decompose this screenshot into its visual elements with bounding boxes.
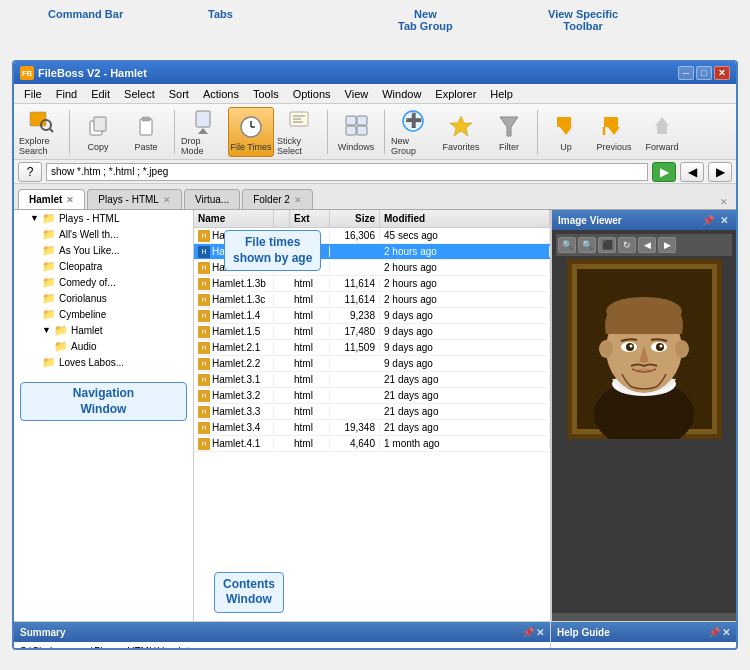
file-row-hamlet33[interactable]: HHamlet.3.3 html 21 days ago [194,404,550,420]
content-area: ▼ 📁 Plays - HTML 📁 All's Well th... 📁 As… [14,210,736,621]
tab-plays-html[interactable]: Plays - HTML ✕ [87,189,182,209]
filter-button[interactable]: Filter [486,107,532,157]
file-name-hamlet22: HHamlet.2.2 [194,358,274,370]
favorites-button[interactable]: Favorites [438,107,484,157]
file-row-hamlet11[interactable]: HHamlet.1.1 html 16,306 45 secs ago [194,228,550,244]
nav-item-as-you-like[interactable]: 📁 As You Like... [14,242,193,258]
tabs-label: Tabs [208,8,233,20]
file-row-hamlet13b[interactable]: HHamlet.1.3b html 11,614 2 hours ago [194,276,550,292]
nav-item-alls-well-label: All's Well th... [59,229,119,240]
menu-sort[interactable]: Sort [163,87,195,101]
file-row-hamlet14[interactable]: HHamlet.1.4 html 9,238 9 days ago [194,308,550,324]
file-row-hamlet21[interactable]: HHamlet.2.1 html 11,509 9 days ago [194,340,550,356]
summary-pin[interactable]: 📌 [522,627,534,638]
tab-virtua[interactable]: Virtua... [184,189,240,209]
tab-bar-close[interactable]: ✕ [716,195,732,209]
nav-item-coriolanus[interactable]: 📁 Coriolanus [14,290,193,306]
drop-mode-button[interactable]: Drop Mode [180,107,226,157]
shakespeare-portrait [567,259,722,439]
file-times-button[interactable]: File Times [228,107,274,157]
paste-button[interactable]: Paste [123,107,169,157]
tab-plays-close[interactable]: ✕ [163,195,171,205]
file-row-hamlet13[interactable]: HHamlet.1.3 html 2 hours ago [194,260,550,276]
go-green-btn[interactable]: ▶ [652,162,676,182]
nav-item-hamlet[interactable]: ▼ 📁 Hamlet [14,322,193,338]
menu-select[interactable]: Select [118,87,161,101]
copy-button[interactable]: Copy [75,107,121,157]
windows-button[interactable]: Windows [333,107,379,157]
new-group-icon: ➕ [399,108,427,134]
img-fit[interactable]: ⬛ [598,237,616,253]
file-row-hamlet41[interactable]: HHamlet.4.1 html 4,640 1 month ago [194,436,550,452]
toolbar-sep1 [69,110,70,154]
help-btn[interactable]: ? [18,162,42,182]
file-row-hamlet12[interactable]: HHamlet.1.2 → html 2 hours ago [194,244,550,260]
address-input[interactable] [46,163,648,181]
up-button[interactable]: Up [543,107,589,157]
title-bar: FB FileBoss V2 - Hamlet ─ □ ✕ [14,62,736,84]
svg-point-46 [659,345,662,348]
close-button[interactable]: ✕ [714,66,730,80]
svg-point-45 [629,345,632,348]
tab-hamlet-close[interactable]: ✕ [66,195,74,205]
file-row-hamlet22[interactable]: HHamlet.2.2 html 9 days ago [194,356,550,372]
nav-forward-btn[interactable]: ▶ [708,162,732,182]
file-size-hamlet14: 9,238 [330,310,380,321]
file-row-hamlet15[interactable]: HHamlet.1.5 html 17,480 9 days ago [194,324,550,340]
svg-rect-5 [140,119,152,135]
col-header-name: Name [194,210,274,227]
image-viewer-close[interactable]: ✕ [718,215,730,226]
nav-item-plays-html[interactable]: ▼ 📁 Plays - HTML [14,210,193,226]
windows-icon [342,112,370,140]
navigation-panel[interactable]: ▼ 📁 Plays - HTML 📁 All's Well th... 📁 As… [14,210,194,621]
tab-hamlet[interactable]: Hamlet ✕ [18,189,85,209]
tab-folder2[interactable]: Folder 2 ✕ [242,189,313,209]
nav-item-cymbeline[interactable]: 📁 Cymbeline [14,306,193,322]
nav-back-btn[interactable]: ◀ [680,162,704,182]
menu-view[interactable]: View [339,87,375,101]
tab-folder2-close[interactable]: ✕ [294,195,302,205]
summary-close[interactable]: ✕ [536,627,544,638]
menu-explorer[interactable]: Explorer [429,87,482,101]
contents-window-callout: ContentsWindow [214,572,284,613]
img-rotate[interactable]: ↻ [618,237,636,253]
file-icon-hamlet13: H [198,262,210,274]
forward-button[interactable]: Forward [639,107,685,157]
minimize-button[interactable]: ─ [678,66,694,80]
menu-file[interactable]: File [18,87,48,101]
img-next[interactable]: ▶ [658,237,676,253]
help-close[interactable]: ✕ [722,627,730,638]
new-group-button[interactable]: ➕ New Group [390,107,436,157]
previous-button[interactable]: Previous [591,107,637,157]
nav-item-audio[interactable]: 📁 Audio [14,338,193,354]
menu-find[interactable]: Find [50,87,83,101]
img-zoom-in[interactable]: 🔍 [558,237,576,253]
svg-rect-17 [357,116,367,125]
maximize-button[interactable]: □ [696,66,712,80]
nav-item-cleopatra[interactable]: 📁 Cleopatra [14,258,193,274]
help-pin[interactable]: 📌 [708,627,720,638]
file-row-hamlet32[interactable]: HHamlet.3.2 html 21 days ago [194,388,550,404]
file-ext-hamlet13: html [290,262,330,273]
explore-search-button[interactable]: Explore Search [18,107,64,157]
menu-window[interactable]: Window [376,87,427,101]
nav-item-loves-labos[interactable]: 📁 Loves Labos... [14,354,193,370]
file-row-hamlet34[interactable]: HHamlet.3.4 html 19,348 21 days ago [194,420,550,436]
menu-help[interactable]: Help [484,87,519,101]
image-viewer-content: 🔍 🔍 ⬛ ↻ ◀ ▶ [552,230,736,613]
nav-item-comedy[interactable]: 📁 Comedy of... [14,274,193,290]
menu-tools[interactable]: Tools [247,87,285,101]
file-name-hamlet32: HHamlet.3.2 [194,390,274,402]
file-size-hamlet34: 19,348 [330,422,380,433]
file-row-hamlet31[interactable]: HHamlet.3.1 html 21 days ago [194,372,550,388]
image-viewer-pin[interactable]: 📌 [700,215,716,226]
img-prev[interactable]: ◀ [638,237,656,253]
img-zoom-out[interactable]: 🔍 [578,237,596,253]
sticky-select-button[interactable]: Sticky Select [276,107,322,157]
file-panel[interactable]: File timesshown by age Name Ext Size Mod… [194,210,551,621]
nav-item-alls-well[interactable]: 📁 All's Well th... [14,226,193,242]
menu-options[interactable]: Options [287,87,337,101]
file-row-hamlet13c[interactable]: HHamlet.1.3c html 11,614 2 hours ago [194,292,550,308]
menu-edit[interactable]: Edit [85,87,116,101]
menu-actions[interactable]: Actions [197,87,245,101]
